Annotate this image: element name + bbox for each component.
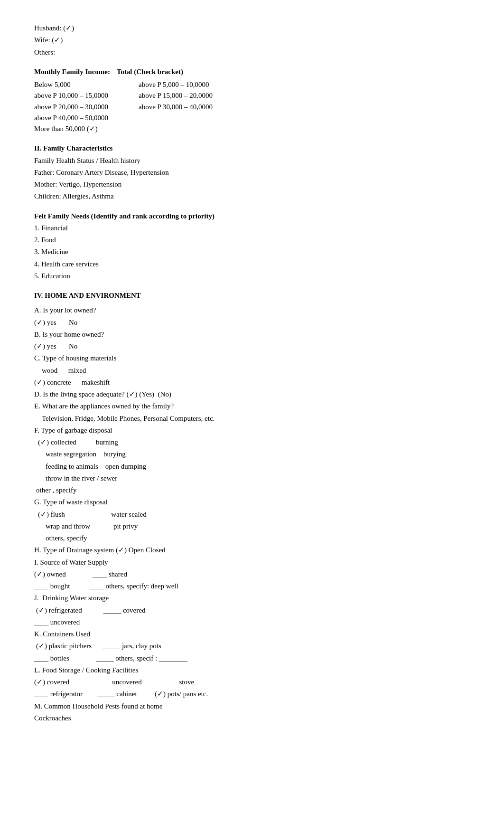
item-k-label: K. Containers Used <box>34 629 470 640</box>
item-j-label: J. Drinking Water storage <box>34 593 470 604</box>
income-title: Monthly Family Income: <box>34 68 110 76</box>
item-a-detail: (✓) yes No <box>34 317 470 328</box>
income-row-2: above P 20,000 – 30,0000 above P 30,000 … <box>34 102 470 113</box>
income-col2-0: above P 5,000 – 10,0000 <box>139 79 209 90</box>
felt-needs-4: 4. Health care services <box>34 259 470 270</box>
item-g-label: G. Type of waste disposal <box>34 497 470 508</box>
item-g-flush: (✓) flush water sealed <box>38 509 470 520</box>
income-row-4: More than 50,000 (✓) <box>34 123 470 134</box>
item-g-wrap: wrap and throw pit privy <box>46 521 470 532</box>
item-i-owned: (✓) owned ____ shared <box>34 569 470 580</box>
family-characteristics-section: II. Family Characteristics Family Health… <box>34 143 470 202</box>
income-col1-1: above P 10,000 – 15,0000 <box>34 90 139 101</box>
felt-needs-2: 2. Food <box>34 235 470 246</box>
item-e-label: E. What are the appliances owned by the … <box>34 401 470 412</box>
item-l-label: L. Food Storage / Cooking Facilities <box>34 665 470 676</box>
item-f-river: throw in the river / sewer <box>46 473 470 484</box>
item-k-bottles: ____ bottles _____ others, specif : ____… <box>34 653 470 664</box>
item-b-label: B. Is your home owned? <box>34 329 470 340</box>
item-l-covered: (✓) covered _____ uncovered ______ stove <box>34 677 470 688</box>
item-b-detail: (✓) yes No <box>34 341 470 352</box>
felt-needs-section: Felt Family Needs (Identify and rank acc… <box>34 211 470 282</box>
income-col1-3: above P 40,000 – 50,0000 <box>34 113 139 123</box>
income-col2-2: above P 30,000 – 40,0000 <box>139 102 213 113</box>
income-subtitle: Total (Check bracket) <box>117 68 183 76</box>
item-m-label: M. Common Household Pests found at home <box>34 701 470 712</box>
felt-needs-5: 5. Education <box>34 271 470 282</box>
item-j-uncovered: ____ uncovered <box>34 617 470 628</box>
item-f-waste: waste segregation burying <box>46 449 470 460</box>
income-row-3: above P 40,000 – 50,0000 <box>34 113 470 123</box>
income-rows: Below 5,000 above P 5,000 – 10,0000 abov… <box>34 79 470 134</box>
income-col1-0: Below 5,000 <box>34 79 139 90</box>
income-row-1: above P 10,000 – 15,0000 above P 15,000 … <box>34 90 470 101</box>
item-m-cockroaches: Cockroaches <box>34 713 470 724</box>
item-i-bought: ____ bought ____ others, specify: deep w… <box>34 581 470 592</box>
family-char-line4: Children: Allergies, Asthma <box>34 191 470 202</box>
item-f-other: other , specify <box>36 485 470 496</box>
family-char-line2: Father: Coronary Artery Disease, Hyperte… <box>34 167 470 178</box>
item-h: H. Type of Drainage system (✓) Open Clos… <box>34 545 470 556</box>
income-row-0: Below 5,000 above P 5,000 – 10,0000 <box>34 79 470 90</box>
item-f-feeding: feeding to animals open dumping <box>46 461 470 472</box>
item-c-concrete: (✓) concrete makeshift <box>34 377 470 388</box>
income-section: Monthly Family Income: Total (Check brac… <box>34 66 470 135</box>
item-c-detail: wood mixed <box>42 365 470 376</box>
family-char-line3: Mother: Vertigo, Hypertension <box>34 179 470 190</box>
item-c-label: C. Type of housing materials <box>34 353 470 364</box>
home-env-title: IV. HOME AND ENVIRONMENT <box>34 290 470 301</box>
felt-needs-3: 3. Medicine <box>34 246 470 257</box>
item-j-refrigerated: (✓) refrigerated _____ covered <box>36 605 470 616</box>
item-g-others: others, specify <box>46 533 470 544</box>
others-label: Others: <box>34 47 470 58</box>
income-col1-2: above P 20,000 – 30,0000 <box>34 102 139 113</box>
item-f-collected: (✓) collected burning <box>38 437 470 448</box>
item-k-plastic: (✓) plastic pitchers _____ jars, clay po… <box>36 641 470 652</box>
felt-needs-1: 1. Financial <box>34 223 470 234</box>
family-char-line1: Family Health Status / Health history <box>34 155 470 166</box>
item-f-label: F. Type of garbage disposal <box>34 425 470 436</box>
item-e-detail: Television, Fridge, Mobile Phones, Perso… <box>42 413 470 424</box>
wife-label: Wife: (✓) <box>34 35 470 46</box>
income-col2-1: above P 15,000 – 20,0000 <box>139 90 213 101</box>
header-section: Husband: (✓) Wife: (✓) Others: <box>34 23 470 58</box>
item-d: D. Is the living space adequate? (✓) (Ye… <box>34 389 470 400</box>
item-a-label: A. Is your lot owned? <box>34 305 470 316</box>
family-char-title: II. Family Characteristics <box>34 143 470 154</box>
item-i-label: I. Source of Water Supply <box>34 557 470 568</box>
husband-label: Husband: (✓) <box>34 23 470 34</box>
home-env-section: IV. HOME AND ENVIRONMENT A. Is your lot … <box>34 290 470 724</box>
felt-needs-title: Felt Family Needs (Identify and rank acc… <box>34 211 470 222</box>
income-col1-4: More than 50,000 (✓) <box>34 123 139 134</box>
item-l-refrigerator: ____ refrigerator _____ cabinet (✓) pots… <box>34 689 470 700</box>
